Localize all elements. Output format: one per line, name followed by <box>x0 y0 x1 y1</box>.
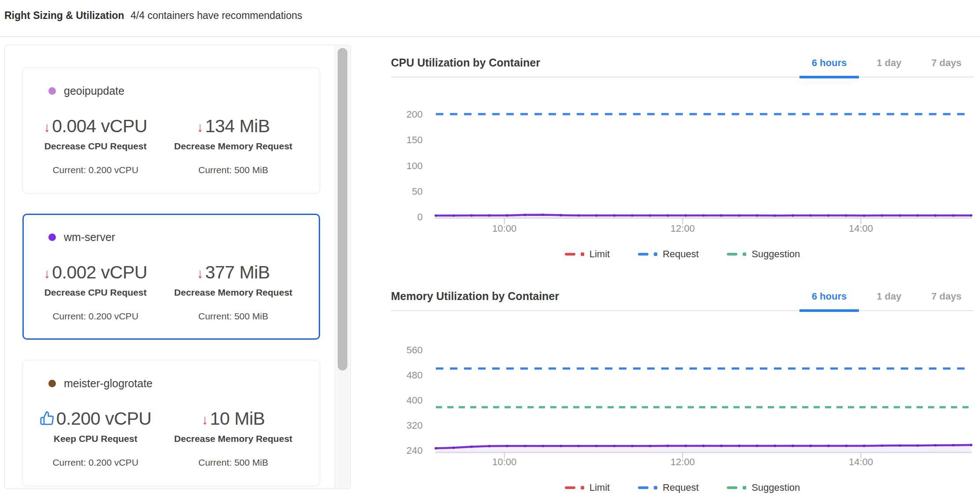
request-dash-icon <box>638 486 648 489</box>
request-dash-icon <box>638 253 648 256</box>
page-subtitle: 4/4 containers have recommendations <box>131 10 302 21</box>
arrow-down-icon: ↓ <box>44 121 50 134</box>
y-tick-label: 320 <box>406 420 423 431</box>
legend-item-suggestion[interactable]: Suggestion <box>727 482 800 493</box>
arrow-down-icon: ↓ <box>44 267 50 280</box>
y-tick-label: 50 <box>412 186 423 197</box>
memory-chart-plot[interactable]: 240 320 400 480 560 10:00 12:00 14:00 <box>391 311 974 470</box>
panel-scrollbar-thumb[interactable] <box>338 48 347 371</box>
memory-recommendation-label: Decrease Memory Request <box>158 434 309 444</box>
limit-dot-icon <box>581 252 584 256</box>
x-tick-label: 14:00 <box>849 223 873 234</box>
tab-1-day[interactable]: 1 day <box>864 291 914 312</box>
container-card-meister-glogrotate[interactable]: meister-glogrotate 0.200 vCPU Keep CPU R… <box>22 360 320 486</box>
tab-6-hours[interactable]: 6 hours <box>799 291 859 312</box>
cpu-current-value: Current: 0.200 vCPU <box>33 457 158 468</box>
y-tick-label: 100 <box>406 160 423 171</box>
cpu-recommendation-label: Decrease CPU Request <box>33 141 158 152</box>
y-tick-label: 400 <box>406 395 423 406</box>
y-tick-label: 0 <box>417 211 423 222</box>
y-tick-label: 560 <box>406 345 423 356</box>
cpu-recommendation-value: 0.200 vCPU <box>56 408 151 429</box>
memory-recommendation-value: 10 MiB <box>210 408 265 429</box>
suggestion-dash-icon <box>727 486 737 489</box>
page-header: Right Sizing & Utilization 4/4 container… <box>0 0 980 37</box>
memory-current-value: Current: 500 MiB <box>158 165 309 175</box>
cpu-time-range-tabs: 6 hours 1 day 7 days <box>799 57 974 78</box>
memory-chart-legend: Limit Request Suggestion <box>391 481 974 494</box>
request-dot-icon <box>654 486 657 489</box>
suggestion-dot-icon <box>743 252 746 256</box>
legend-item-request[interactable]: Request <box>638 482 699 493</box>
request-dot-icon <box>654 252 657 256</box>
container-card-list: geoipupdate ↓ 0.004 vCPU Decrease CPU Re… <box>5 45 335 489</box>
page-title: Right Sizing & Utilization <box>4 10 124 21</box>
legend-item-suggestion[interactable]: Suggestion <box>727 248 800 260</box>
legend-label: Request <box>663 248 699 260</box>
memory-recommendation-value: 134 MiB <box>205 116 270 137</box>
x-tick-label: 14:00 <box>849 456 873 467</box>
legend-label: Limit <box>589 248 610 260</box>
memory-time-range-tabs: 6 hours 1 day 7 days <box>799 291 974 312</box>
memory-chart-section: Memory Utilization by Container 6 hours … <box>391 282 974 494</box>
arrow-down-icon: ↓ <box>202 413 208 426</box>
x-tick-label: 12:00 <box>671 223 695 234</box>
tab-7-days[interactable]: 7 days <box>919 291 974 312</box>
container-card-geoipupdate[interactable]: geoipupdate ↓ 0.004 vCPU Decrease CPU Re… <box>22 67 320 193</box>
legend-label: Request <box>663 482 699 493</box>
cpu-chart-legend: Limit Request Suggestion <box>391 248 974 261</box>
cpu-chart-section: CPU Utilization by Container 6 hours 1 d… <box>391 48 974 261</box>
cpu-current-value: Current: 0.200 vCPU <box>33 165 158 175</box>
y-tick-label: 150 <box>406 134 423 145</box>
tab-6-hours[interactable]: 6 hours <box>799 57 859 78</box>
arrow-down-icon: ↓ <box>197 267 203 280</box>
suggestion-dot-icon <box>743 486 746 489</box>
panel-scrollbar-track[interactable] <box>335 46 350 488</box>
container-card-wm-server[interactable]: wm-server ↓ 0.002 vCPU Decrease CPU Requ… <box>22 214 320 340</box>
cpu-current-value: Current: 0.200 vCPU <box>33 311 158 322</box>
recommendations-panel: geoipupdate ↓ 0.004 vCPU Decrease CPU Re… <box>4 45 351 489</box>
y-tick-label: 480 <box>406 370 423 381</box>
memory-current-value: Current: 500 MiB <box>158 457 309 468</box>
memory-current-value: Current: 500 MiB <box>158 311 309 322</box>
y-tick-label: 240 <box>406 445 423 456</box>
y-tick-label: 200 <box>406 109 423 120</box>
x-tick-label: 10:00 <box>492 456 516 467</box>
arrow-down-icon: ↓ <box>197 121 203 134</box>
legend-label: Suggestion <box>752 482 800 493</box>
limit-dash-icon <box>565 253 575 256</box>
tab-1-day[interactable]: 1 day <box>864 57 914 78</box>
cpu-recommendation-value: 0.004 vCPU <box>52 116 147 137</box>
cpu-recommendation-label: Keep CPU Request <box>33 434 158 444</box>
legend-item-limit[interactable]: Limit <box>565 248 610 260</box>
x-tick-label: 10:00 <box>492 223 516 234</box>
legend-label: Suggestion <box>752 248 800 260</box>
container-color-dot <box>48 87 56 95</box>
cpu-chart-title: CPU Utilization by Container <box>391 56 540 69</box>
memory-recommendation-value: 377 MiB <box>205 262 270 283</box>
container-color-dot <box>48 233 56 241</box>
container-name: wm-server <box>64 231 115 244</box>
tab-7-days[interactable]: 7 days <box>919 57 974 78</box>
legend-label: Limit <box>589 482 610 493</box>
memory-recommendation-label: Decrease Memory Request <box>158 287 309 298</box>
memory-recommendation-label: Decrease Memory Request <box>158 141 309 152</box>
thumbs-up-icon <box>40 411 55 426</box>
container-name: geoipupdate <box>64 85 125 97</box>
container-name: meister-glogrotate <box>64 377 152 390</box>
x-tick-label: 12:00 <box>671 456 695 467</box>
cpu-recommendation-value: 0.002 vCPU <box>52 262 147 283</box>
cpu-recommendation-label: Decrease CPU Request <box>33 287 158 298</box>
container-color-dot <box>48 380 56 387</box>
memory-chart-title: Memory Utilization by Container <box>391 290 559 303</box>
charts-column: CPU Utilization by Container 6 hours 1 d… <box>391 48 974 494</box>
cpu-chart-plot[interactable]: 0 50 100 150 200 10:00 12:00 14:00 <box>391 78 974 236</box>
limit-dot-icon <box>581 486 584 489</box>
suggestion-dash-icon <box>727 253 737 256</box>
legend-item-limit[interactable]: Limit <box>565 482 610 493</box>
limit-dash-icon <box>565 486 575 489</box>
legend-item-request[interactable]: Request <box>638 248 699 260</box>
